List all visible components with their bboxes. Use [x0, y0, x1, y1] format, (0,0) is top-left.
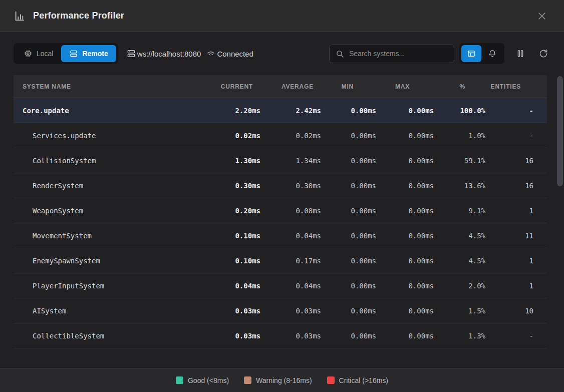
cell-min: 0.00ms	[321, 107, 376, 115]
cell-max: 0.00ms	[376, 332, 434, 340]
view-toggle-group	[459, 43, 504, 64]
close-icon	[537, 11, 547, 21]
table-row[interactable]: Core.update2.20ms2.42ms0.00ms0.00ms100.0…	[14, 98, 547, 123]
legend-item-critical: Critical (>16ms)	[327, 376, 388, 384]
cell-system-name: WeaponSystem	[14, 207, 205, 215]
table-row[interactable]: RenderSystem0.30ms0.30ms0.00ms0.00ms13.6…	[14, 173, 547, 198]
remote-mode-label: Remote	[82, 50, 108, 58]
websocket-url: ws://localhost:8080	[126, 49, 201, 59]
mode-toggle-group: Local Remote	[14, 43, 118, 64]
connection-status: Connected	[206, 49, 253, 59]
table-row[interactable]: EnemySpawnSystem0.10ms0.17ms0.00ms0.00ms…	[14, 248, 547, 273]
column-header-max[interactable]: MAX	[376, 83, 434, 90]
systems-table: SYSTEM NAME CURRENT AVERAGE MIN MAX % EN…	[14, 75, 547, 348]
pause-button[interactable]	[513, 47, 527, 61]
cell-min: 0.00ms	[321, 332, 376, 340]
cell-entities: -	[485, 107, 533, 115]
cell-min: 0.00ms	[321, 157, 376, 165]
column-header-current[interactable]: CURRENT	[205, 83, 260, 90]
connection-status-text: Connected	[217, 50, 253, 58]
column-header-average[interactable]: AVERAGE	[260, 83, 321, 90]
cell-min: 0.00ms	[321, 132, 376, 140]
cell-average: 2.42ms	[260, 107, 321, 115]
cell-entities: -	[485, 132, 533, 140]
cell-entities: 16	[485, 157, 533, 165]
cell-percent: 9.1%	[434, 207, 485, 215]
table-row[interactable]: WeaponSystem0.20ms0.08ms0.00ms0.00ms9.1%…	[14, 198, 547, 223]
profiler-content: SYSTEM NAME CURRENT AVERAGE MIN MAX % EN…	[0, 75, 564, 368]
column-header-min[interactable]: MIN	[321, 83, 376, 90]
cell-current: 1.30ms	[205, 157, 260, 165]
websocket-url-text: ws://localhost:8080	[137, 50, 201, 58]
cell-current: 2.20ms	[205, 107, 260, 115]
table-row[interactable]: Services.update0.02ms0.02ms0.00ms0.00ms1…	[14, 123, 547, 148]
cell-current: 0.10ms	[205, 232, 260, 240]
warning-swatch	[244, 376, 251, 384]
cell-average: 0.30ms	[260, 182, 321, 190]
legend-item-warning: Warning (8-16ms)	[244, 376, 312, 384]
server-icon	[69, 49, 78, 58]
cell-entities: 16	[485, 182, 533, 190]
cell-percent: 1.5%	[434, 307, 485, 315]
cell-percent: 2.0%	[434, 282, 485, 290]
cell-entities: 1	[485, 207, 533, 215]
cell-average: 0.17ms	[260, 257, 321, 265]
good-swatch	[176, 376, 183, 384]
wifi-icon	[206, 49, 216, 59]
table-row[interactable]: AISystem0.03ms0.03ms0.00ms0.00ms1.5%10	[14, 298, 547, 323]
cell-system-name: RenderSystem	[14, 182, 205, 190]
cell-min: 0.00ms	[321, 182, 376, 190]
search-input[interactable]	[349, 50, 448, 58]
cell-system-name: Core.update	[14, 107, 205, 115]
cell-current: 0.04ms	[205, 282, 260, 290]
table-row[interactable]: PlayerInputSystem0.04ms0.04ms0.00ms0.00m…	[14, 273, 547, 298]
column-header-system-name[interactable]: SYSTEM NAME	[14, 83, 205, 90]
table-body: Core.update2.20ms2.42ms0.00ms0.00ms100.0…	[14, 98, 547, 348]
cell-min: 0.00ms	[321, 257, 376, 265]
column-header-entities[interactable]: ENTITIES	[485, 83, 533, 90]
close-button[interactable]	[534, 8, 550, 24]
refresh-button[interactable]	[536, 47, 550, 61]
cell-system-name: PlayerInputSystem	[14, 282, 205, 290]
table-row[interactable]: CollectibleSystem0.03ms0.03ms0.00ms0.00m…	[14, 323, 547, 348]
cell-max: 0.00ms	[376, 157, 434, 165]
cell-percent: 13.6%	[434, 182, 485, 190]
legend-label-warning: Warning (8-16ms)	[256, 376, 312, 384]
cell-average: 0.08ms	[260, 207, 321, 215]
table-row[interactable]: CollisionSystem1.30ms1.34ms0.00ms0.00ms5…	[14, 148, 547, 173]
legend-label-good: Good (<8ms)	[188, 376, 229, 384]
cell-percent: 4.5%	[434, 257, 485, 265]
cell-min: 0.00ms	[321, 282, 376, 290]
remote-mode-button[interactable]: Remote	[61, 45, 116, 62]
cell-current: 0.10ms	[205, 257, 260, 265]
cell-average: 0.04ms	[260, 282, 321, 290]
legend-label-critical: Critical (>16ms)	[339, 376, 388, 384]
pause-icon	[515, 49, 525, 59]
cell-percent: 1.3%	[434, 332, 485, 340]
cell-system-name: AISystem	[14, 307, 205, 315]
cell-max: 0.00ms	[376, 107, 434, 115]
local-mode-button[interactable]: Local	[16, 45, 61, 62]
cell-max: 0.00ms	[376, 232, 434, 240]
cell-system-name: CollectibleSystem	[14, 332, 205, 340]
column-header-percent[interactable]: %	[434, 83, 485, 90]
cell-system-name: EnemySpawnSystem	[14, 257, 205, 265]
search-icon	[336, 50, 344, 58]
cell-max: 0.00ms	[376, 257, 434, 265]
critical-swatch	[327, 376, 335, 384]
cell-max: 0.00ms	[376, 282, 434, 290]
cell-average: 0.03ms	[260, 332, 321, 340]
cell-max: 0.00ms	[376, 307, 434, 315]
table-view-button[interactable]	[461, 45, 481, 62]
cell-average: 1.34ms	[260, 157, 321, 165]
alerts-button[interactable]	[482, 45, 502, 62]
cell-max: 0.00ms	[376, 182, 434, 190]
cell-current: 0.30ms	[205, 182, 260, 190]
bell-icon	[488, 49, 497, 58]
cell-current: 0.03ms	[205, 332, 260, 340]
cell-average: 0.04ms	[260, 232, 321, 240]
table-row[interactable]: MovementSystem0.10ms0.04ms0.00ms0.00ms4.…	[14, 223, 547, 248]
legend-footer: Good (<8ms) Warning (8-16ms) Critical (>…	[0, 368, 564, 392]
vertical-scrollbar[interactable]	[557, 76, 563, 186]
table-header-row: SYSTEM NAME CURRENT AVERAGE MIN MAX % EN…	[14, 75, 547, 98]
